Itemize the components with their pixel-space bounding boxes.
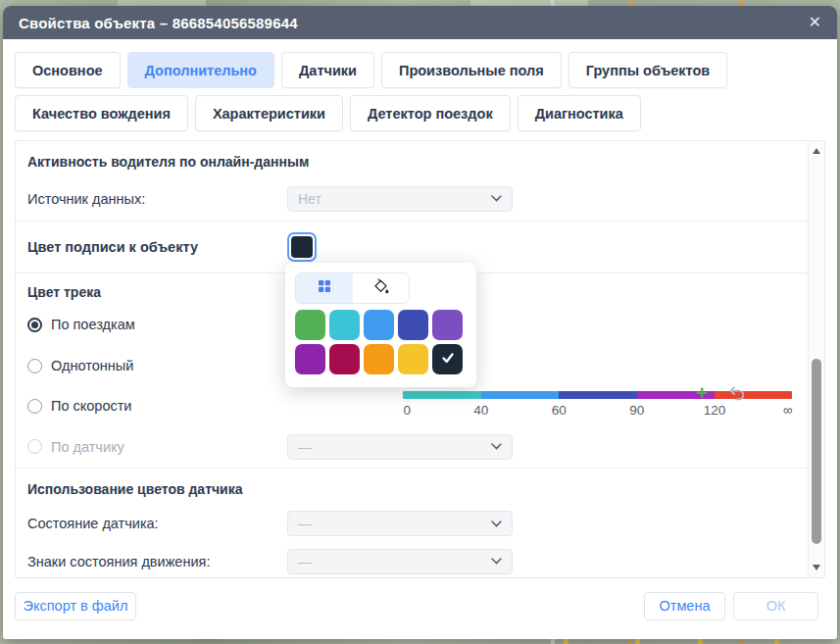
- radio-by-sensor: [27, 439, 42, 454]
- label-color-title: Цвет подписи к объекту: [27, 239, 198, 255]
- speed-tick: 60: [552, 403, 567, 418]
- object-properties-dialog: Свойства объекта – 866854056589644 ✕ Осн…: [3, 6, 837, 639]
- color-swatch-grid: [295, 310, 467, 374]
- map-dot: [774, 639, 779, 644]
- motion-signs-select[interactable]: —: [287, 549, 513, 574]
- color-swatch-crimson[interactable]: [329, 344, 360, 374]
- color-swatch-yellow[interactable]: [398, 344, 428, 374]
- radio-row-by-sensor: По датчику —: [16, 425, 808, 469]
- tab-detektor-poezdok[interactable]: Детектор поездок: [350, 95, 511, 131]
- speed-tick: ∞: [783, 403, 793, 418]
- color-swatch-orange[interactable]: [364, 344, 394, 374]
- color-picker-popup: [285, 263, 476, 387]
- close-icon[interactable]: ✕: [809, 15, 821, 30]
- motion-signs-value: —: [298, 554, 312, 570]
- map-dot: [564, 639, 568, 644]
- tab-kachestvo-vozhdeniya[interactable]: Качество вождения: [15, 95, 188, 131]
- dialog-header: Свойства объекта – 866854056589644 ✕: [3, 6, 837, 39]
- radio-by-trips-label: По поездкам: [51, 317, 135, 332]
- dialog-footer: Экспорт в файл Отмена ОК: [3, 578, 837, 637]
- tab-dopolnitelno[interactable]: Дополнительно: [127, 52, 274, 88]
- dialog-title: Свойства объекта – 866854056589644: [19, 15, 298, 31]
- export-to-file-button[interactable]: Экспорт в файл: [15, 592, 136, 620]
- fill-bucket-tab[interactable]: [353, 273, 410, 303]
- chevron-down-icon: [491, 520, 502, 527]
- label-color-swatch-fill: [291, 236, 313, 258]
- chevron-down-icon: [491, 443, 502, 450]
- tab-osnovnoe[interactable]: Основное: [15, 52, 121, 88]
- field-row-data-source: Источник данных: Нет: [16, 176, 808, 222]
- tab-kharakteristiki[interactable]: Характеристики: [195, 95, 343, 131]
- vertical-scrollbar[interactable]: [808, 141, 824, 577]
- data-source-select[interactable]: Нет: [287, 186, 513, 212]
- scrollbar-thumb[interactable]: [812, 359, 821, 544]
- speed-tick: 40: [473, 403, 488, 418]
- speed-tick: 120: [704, 403, 726, 418]
- data-source-value: Нет: [298, 191, 321, 207]
- color-swatch-violet[interactable]: [295, 344, 325, 374]
- radio-row-by-speed: По скорости 0 40 60 90 120: [16, 386, 808, 425]
- scroll-up-icon[interactable]: [813, 148, 820, 154]
- sensor-state-select[interactable]: —: [287, 511, 513, 536]
- palette-grid-tab[interactable]: [296, 273, 353, 303]
- color-swatch-purple[interactable]: [432, 310, 463, 340]
- radio-by-sensor-label: По датчику: [51, 439, 124, 455]
- speed-tick: 90: [629, 403, 644, 418]
- field-row-sensor-state: Состояние датчика: —: [16, 504, 808, 543]
- tab-content-panel: Активность водителя по онлайн-данным Ист…: [15, 140, 825, 578]
- palette-grid-icon: [316, 277, 333, 299]
- tab-proizvolnye-polya[interactable]: Произвольные поля: [381, 52, 562, 88]
- label-color-swatch[interactable]: [287, 232, 317, 262]
- speed-tick: 0: [403, 403, 411, 418]
- section-sensor-colors: Использование цветов датчика: [16, 469, 808, 504]
- map-dot: [698, 639, 703, 644]
- check-icon: [440, 350, 456, 370]
- radio-by-speed-label: По скорости: [51, 398, 131, 414]
- tab-bar: Основное Дополнительно Датчики Произволь…: [3, 39, 837, 136]
- map-dot: [635, 639, 640, 644]
- radio-solid-label: Однотонный: [51, 358, 133, 373]
- tab-datchiki[interactable]: Датчики: [281, 52, 374, 88]
- speed-segment: [481, 391, 559, 399]
- scroll-down-icon[interactable]: [813, 565, 820, 570]
- sensor-state-value: —: [298, 516, 312, 531]
- speed-segment: [715, 391, 792, 399]
- track-sensor-value: —: [298, 439, 312, 455]
- color-swatch-blue[interactable]: [364, 310, 394, 340]
- motion-signs-label: Знаки состояния движения:: [27, 554, 210, 570]
- color-swatch-cyan[interactable]: [329, 310, 360, 340]
- chevron-down-icon: [491, 195, 502, 202]
- chevron-down-icon: [491, 558, 502, 565]
- color-swatch-green[interactable]: [295, 310, 325, 340]
- color-swatch-dark-selected[interactable]: [432, 344, 463, 374]
- data-source-label: Источник данных:: [27, 191, 145, 207]
- radio-by-speed[interactable]: [27, 399, 42, 414]
- color-swatch-indigo[interactable]: [398, 310, 428, 340]
- color-picker-mode-tabs: [295, 272, 410, 304]
- add-speed-interval-icon[interactable]: +: [696, 382, 708, 403]
- tab-diagnostika[interactable]: Диагностика: [518, 95, 641, 131]
- fill-bucket-icon: [371, 277, 390, 300]
- speed-segment: [559, 391, 636, 399]
- section-driver-activity: Активность водителя по онлайн-данным: [16, 141, 808, 176]
- cancel-button[interactable]: Отмена: [644, 592, 725, 620]
- speed-segment: [403, 391, 480, 399]
- track-sensor-select[interactable]: —: [287, 434, 513, 460]
- radio-by-trips[interactable]: [27, 318, 42, 332]
- speed-scale-labels: 0 40 60 90 120 ∞: [403, 403, 792, 420]
- sensor-state-label: Состояние датчика:: [27, 516, 159, 531]
- radio-solid[interactable]: [27, 359, 42, 373]
- tab-gruppy-obektov[interactable]: Группы объектов: [568, 52, 728, 88]
- undo-icon[interactable]: [728, 384, 746, 401]
- field-row-motion-signs: Знаки состояния движения: —: [16, 543, 808, 578]
- ok-button[interactable]: ОК: [733, 592, 818, 620]
